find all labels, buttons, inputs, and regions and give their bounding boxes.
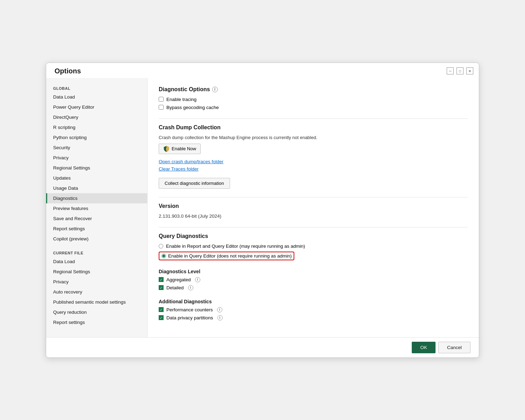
crash-dump-description: Crash dump collection for the Mashup Eng… <box>159 135 468 140</box>
version-section: Version 2.131.903.0 64-bit (July 2024) <box>159 203 468 219</box>
clear-traces-link[interactable]: Clear Traces folder <box>159 166 468 172</box>
sidebar-item-cf-query-reduction[interactable]: Query reduction <box>46 307 147 317</box>
footer-bar: OK Cancel <box>46 337 479 357</box>
enable-tracing-row: Enable tracing <box>159 97 468 102</box>
diagnostics-level-section: Diagnostics Level ✓ Aggregated i ✓ Detai… <box>159 269 468 290</box>
sidebar-item-power-query-editor[interactable]: Power Query Editor <box>46 102 147 112</box>
additional-diagnostics-title: Additional Diagnostics <box>159 299 468 304</box>
minimize-button[interactable]: ─ <box>447 67 454 74</box>
sidebar-item-diagnostics[interactable]: Diagnostics <box>46 193 147 203</box>
options-window: Options ─ □ ✕ GLOBAL Data LoadPower Quer… <box>46 63 479 358</box>
diagnostics-level-title: Diagnostics Level <box>159 269 468 274</box>
detailed-row: ✓ Detailed i <box>159 285 468 290</box>
svg-text:!: ! <box>166 147 167 151</box>
sidebar-item-cf-report-settings[interactable]: Report settings <box>46 317 147 327</box>
sidebar-item-cf-regional-settings[interactable]: Regional Settings <box>46 267 147 277</box>
crash-dump-section: Crash Dump Collection Crash dump collect… <box>159 124 468 189</box>
title-bar: Options ─ □ ✕ <box>46 63 479 78</box>
current-file-nav: Data LoadRegional SettingsPrivacyAuto re… <box>46 256 147 327</box>
close-button[interactable]: ✕ <box>466 67 473 74</box>
sidebar-item-r-scripting[interactable]: R scripting <box>46 122 147 132</box>
sidebar-item-cf-privacy[interactable]: Privacy <box>46 277 147 287</box>
window-controls: ─ □ ✕ <box>447 67 473 74</box>
aggregated-label: Aggregated <box>166 277 191 282</box>
query-diag-option1-radio[interactable] <box>159 244 163 248</box>
query-diag-option1-label: Enable in Report and Query Editor (may r… <box>166 244 305 249</box>
sidebar: GLOBAL Data LoadPower Query EditorDirect… <box>46 78 148 337</box>
version-title: Version <box>159 203 468 209</box>
aggregated-info-icon[interactable]: i <box>195 277 200 282</box>
sidebar-item-directquery[interactable]: DirectQuery <box>46 112 147 122</box>
bypass-geocoding-checkbox[interactable] <box>159 105 164 110</box>
detailed-checkbox-checked: ✓ <box>159 285 164 290</box>
sidebar-item-usage-data[interactable]: Usage Data <box>46 183 147 193</box>
sidebar-item-regional-settings[interactable]: Regional Settings <box>46 163 147 173</box>
data-privacy-partitions-row: ✓ Data privacy partitions i <box>159 315 468 320</box>
query-diag-option2-highlighted: Enable in Query Editor (does not require… <box>159 252 294 260</box>
query-diag-option2-radio[interactable] <box>161 254 166 258</box>
cancel-button[interactable]: Cancel <box>438 342 470 353</box>
sidebar-item-privacy[interactable]: Privacy <box>46 153 147 163</box>
current-file-section-label: CURRENT FILE <box>46 248 147 256</box>
sidebar-item-cf-auto-recovery[interactable]: Auto recovery <box>46 287 147 297</box>
diagnostic-options-title: Diagnostic Options i <box>159 86 468 93</box>
window-title: Options <box>55 67 81 75</box>
sidebar-item-report-settings[interactable]: Report settings <box>46 224 147 234</box>
sidebar-item-data-load[interactable]: Data Load <box>46 92 147 102</box>
query-diagnostics-title: Query Diagnostics <box>159 233 468 239</box>
enable-tracing-checkbox[interactable] <box>159 97 164 102</box>
collect-diagnostic-button[interactable]: Collect diagnostic information <box>159 178 230 189</box>
global-nav: Data LoadPower Query EditorDirectQueryR … <box>46 92 147 244</box>
performance-counters-checkbox-checked: ✓ <box>159 307 164 312</box>
additional-diagnostics-section: Additional Diagnostics ✓ Performance cou… <box>159 299 468 320</box>
performance-counters-row: ✓ Performance counters i <box>159 307 468 312</box>
enable-now-label: Enable Now <box>172 146 196 151</box>
query-diagnostics-section: Query Diagnostics Enable in Report and Q… <box>159 233 468 260</box>
crash-dump-title: Crash Dump Collection <box>159 124 468 131</box>
sidebar-item-save-and-recover[interactable]: Save and Recover <box>46 213 147 224</box>
sidebar-item-cf-published-semantic[interactable]: Published semantic model settings <box>46 297 147 307</box>
shield-icon: ! <box>163 146 170 152</box>
data-privacy-partitions-checkbox-checked: ✓ <box>159 315 164 320</box>
performance-counters-label: Performance counters <box>166 307 213 312</box>
bypass-geocoding-row: Bypass geocoding cache <box>159 105 468 110</box>
performance-counters-info-icon[interactable]: i <box>217 307 222 312</box>
open-crash-dump-link[interactable]: Open crash dump/traces folder <box>159 159 468 164</box>
aggregated-row: ✓ Aggregated i <box>159 277 468 282</box>
diagnostic-options-info-icon[interactable]: i <box>212 87 218 92</box>
main-content: Diagnostic Options i Enable tracing Bypa… <box>148 78 479 337</box>
enable-now-button[interactable]: ! Enable Now <box>159 144 201 154</box>
aggregated-checkbox-checked: ✓ <box>159 277 164 282</box>
version-value: 2.131.903.0 64-bit (July 2024) <box>159 213 468 219</box>
sidebar-item-preview-features[interactable]: Preview features <box>46 203 147 213</box>
enable-tracing-label: Enable tracing <box>166 97 196 102</box>
diagnostic-options-section: Diagnostic Options i Enable tracing Bypa… <box>159 86 468 110</box>
sidebar-item-security[interactable]: Security <box>46 143 147 153</box>
sidebar-item-copilot-preview[interactable]: Copilot (preview) <box>46 234 147 244</box>
data-privacy-partitions-label: Data privacy partitions <box>166 315 213 320</box>
detailed-label: Detailed <box>166 285 184 290</box>
maximize-button[interactable]: □ <box>456 67 463 74</box>
data-privacy-partitions-info-icon[interactable]: i <box>217 315 223 320</box>
sidebar-item-python-scripting[interactable]: Python scripting <box>46 132 147 143</box>
sidebar-item-updates[interactable]: Updates <box>46 173 147 183</box>
detailed-info-icon[interactable]: i <box>188 285 193 290</box>
content-area: GLOBAL Data LoadPower Query EditorDirect… <box>46 78 479 337</box>
query-diag-option2-row: Enable in Query Editor (does not require… <box>159 252 468 260</box>
sidebar-item-cf-data-load[interactable]: Data Load <box>46 256 147 267</box>
ok-button[interactable]: OK <box>412 342 436 353</box>
query-diag-option2-label: Enable in Query Editor (does not require… <box>168 253 292 259</box>
query-diag-option1-row: Enable in Report and Query Editor (may r… <box>159 244 468 249</box>
global-section-label: GLOBAL <box>46 84 147 92</box>
bypass-geocoding-label: Bypass geocoding cache <box>166 105 219 110</box>
